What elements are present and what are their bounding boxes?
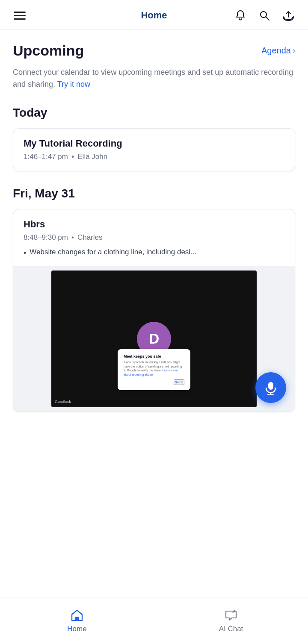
svg-rect-2	[268, 382, 273, 390]
nav-home-label: Home	[67, 625, 86, 633]
main-content: Upcoming Agenda › Connect your calendar …	[0, 29, 308, 479]
today-meeting-card[interactable]: My Tutorial Recording 1:46–1:47 pm • Ell…	[13, 128, 295, 171]
meet-popup-got-it-button[interactable]: Got it	[174, 379, 184, 385]
search-icon	[258, 9, 270, 21]
meet-popup-title: Meet keeps you safe	[124, 354, 184, 359]
agenda-link[interactable]: Agenda ›	[261, 46, 295, 56]
upcoming-title: Upcoming	[13, 42, 84, 59]
goodluck-label: Goodluck	[55, 400, 71, 404]
fri-meeting-title: Hbrs	[24, 219, 284, 230]
upcoming-description: Connect your calendar to view upcoming m…	[13, 67, 295, 91]
fri-meeting-bullet: Website changes for a clothing line, inc…	[24, 248, 284, 259]
upcoming-header: Upcoming Agenda ›	[13, 42, 295, 59]
svg-point-6	[234, 610, 235, 612]
fri-meeting-card[interactable]: Hbrs 8:48–9:30 pm • Charles Website chan…	[13, 209, 295, 412]
fri-label: Fri, May 31	[13, 187, 295, 200]
mic-fab-button[interactable]	[255, 372, 286, 403]
fri-meeting-dot: •	[71, 233, 74, 242]
fri-meeting-meta: 8:48–9:30 pm • Charles	[24, 233, 284, 242]
notification-button[interactable]	[233, 8, 248, 23]
nav-item-home[interactable]: Home	[0, 609, 154, 633]
svg-rect-5	[75, 617, 79, 620]
today-meeting-dot: •	[71, 153, 74, 162]
today-label: Today	[13, 106, 295, 120]
fri-meeting-host: Charles	[77, 233, 103, 242]
bottom-nav: Home AI Chat	[0, 597, 308, 644]
nav-ai-chat-label: AI Chat	[219, 625, 243, 633]
today-meeting-title: My Tutorial Recording	[24, 138, 284, 149]
meet-popup: Meet keeps you safe If you report abuse …	[118, 349, 190, 390]
home-icon	[70, 609, 84, 622]
today-meeting-meta: 1:46–1:47 pm • Ella John	[24, 153, 284, 162]
page-title: Home	[141, 10, 167, 21]
today-meeting-host: Ella John	[77, 153, 107, 161]
header: Home	[0, 0, 308, 29]
chevron-right-icon: ›	[293, 46, 295, 55]
today-meeting-time: 1:46–1:47 pm	[24, 153, 68, 161]
video-inner: D Meet keeps you safe If you report abus…	[51, 271, 257, 407]
upcoming-section: Upcoming Agenda › Connect your calendar …	[13, 42, 295, 91]
meet-popup-body: If you report abuse during a call, you m…	[124, 360, 184, 377]
menu-button[interactable]	[12, 10, 27, 21]
upload-icon	[282, 9, 294, 21]
video-preview: D Meet keeps you safe If you report abus…	[13, 266, 295, 412]
nav-item-ai-chat[interactable]: AI Chat	[154, 609, 308, 633]
microphone-icon	[264, 380, 278, 395]
svg-line-1	[266, 17, 270, 21]
today-section: Today My Tutorial Recording 1:46–1:47 pm…	[13, 106, 295, 171]
upload-button[interactable]	[281, 8, 296, 23]
fri-section: Fri, May 31 Hbrs 8:48–9:30 pm • Charles …	[13, 187, 295, 412]
bell-icon	[234, 9, 246, 21]
try-it-now-link[interactable]: Try it now	[57, 80, 90, 88]
header-icons	[233, 8, 296, 23]
ai-chat-icon	[224, 609, 238, 622]
header-left	[12, 10, 27, 21]
fri-meeting-time: 8:48–9:30 pm	[24, 233, 68, 242]
search-button[interactable]	[257, 8, 272, 23]
